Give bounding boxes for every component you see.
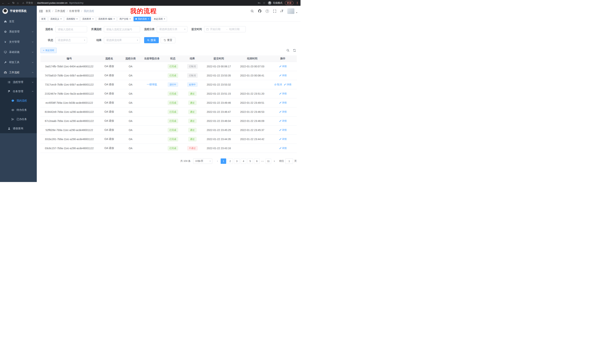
close-icon[interactable]: × xyxy=(92,18,94,20)
scissors-icon xyxy=(11,118,14,121)
close-icon[interactable]: × xyxy=(76,18,78,20)
tab-process-model[interactable]: 流程模型× xyxy=(64,17,80,21)
close-icon[interactable]: × xyxy=(164,18,165,20)
page-number[interactable]: 1 xyxy=(221,158,226,164)
font-size-icon[interactable]: TT xyxy=(280,10,283,13)
pagination-ellipsis[interactable]: ··· xyxy=(260,160,265,163)
sidebar-item-payment[interactable]: ¥ 支付管理 xyxy=(0,37,37,47)
detail-link[interactable]: 详情 xyxy=(279,110,287,114)
chevron-down-icon: ▾ xyxy=(210,160,210,162)
avatar[interactable] xyxy=(287,8,294,14)
sidebar-item-done-tasks[interactable]: 已办任务 xyxy=(0,115,37,124)
process-definition-input[interactable] xyxy=(104,26,140,32)
browser-menu-icon[interactable]: ⋮ xyxy=(296,1,299,5)
chat-bubble-icon xyxy=(11,99,14,102)
menu-fold-icon[interactable] xyxy=(39,10,43,13)
goto-page-input[interactable] xyxy=(285,158,293,164)
browser-reload-icon[interactable]: ↻ xyxy=(12,1,15,4)
next-page-button[interactable]: › xyxy=(272,159,277,163)
close-icon[interactable]: × xyxy=(60,18,62,20)
sidebar-item-label: 请假查询 xyxy=(13,127,23,130)
refresh-icon[interactable] xyxy=(293,49,296,52)
address-bar[interactable]: ⚠ 不安全 | dashboard.yudao.iocoder.cn/bpm/t… xyxy=(22,1,255,5)
tab-process-form-edit[interactable]: 流程表单-编辑× xyxy=(96,17,117,21)
tab-home[interactable]: 首页 xyxy=(39,17,48,21)
submit-time-range-picker[interactable]: 开始日期 - 结束日期 xyxy=(204,26,246,32)
detail-link[interactable]: 详情 xyxy=(279,128,287,132)
cell-submit-time: 2022-01-22 23:51:15 xyxy=(202,89,235,98)
prev-page-button[interactable]: ‹ xyxy=(215,159,220,163)
tab-start-process[interactable]: 发起流程× xyxy=(152,17,167,21)
detail-link[interactable]: 详情 xyxy=(279,137,287,141)
cell-category: OA xyxy=(120,80,141,89)
status-select[interactable]: 请选择状态 ▾ xyxy=(55,37,87,43)
fullscreen-icon[interactable] xyxy=(273,10,276,13)
column-header: 流程名 xyxy=(98,56,120,62)
detail-link[interactable]: 详情 xyxy=(279,74,287,77)
cell-actions: 详情 xyxy=(269,62,297,71)
update-button[interactable]: 更新 xyxy=(285,1,293,5)
sidebar-item-system[interactable]: 系统管理 xyxy=(0,27,37,37)
page-number[interactable]: 4 xyxy=(241,158,246,164)
close-icon[interactable]: × xyxy=(130,18,131,20)
detail-link[interactable]: 详情 xyxy=(279,147,287,150)
sidebar-item-process-management[interactable]: 流程管理 xyxy=(0,77,37,87)
key-icon[interactable] xyxy=(258,1,260,4)
page-number[interactable]: 11 xyxy=(266,158,271,164)
sidebar-item-my-process[interactable]: 我的流程 xyxy=(0,96,37,105)
breadcrumb-item[interactable]: 首页 xyxy=(46,10,51,13)
list-icon xyxy=(7,81,10,84)
breadcrumb: 首页 / 工作流程 / 任务管理 / 我的流程 xyxy=(46,10,94,13)
cell-end-time: 2022-01-22 23:46:09 xyxy=(235,116,269,125)
detail-link[interactable]: 详情 xyxy=(284,83,291,86)
page-size-select[interactable]: 10条/页 ▾ xyxy=(193,158,212,164)
page-number[interactable]: 3 xyxy=(234,158,240,164)
result-select[interactable]: 请选择流结果 ▾ xyxy=(104,37,140,43)
browser-forward-icon[interactable]: → xyxy=(7,1,10,4)
detail-link[interactable]: 详情 xyxy=(279,92,287,95)
page-number[interactable]: 2 xyxy=(227,158,233,164)
tab-process-definition[interactable]: 流程定义× xyxy=(49,17,63,21)
process-name-input[interactable] xyxy=(55,26,87,32)
reset-button[interactable]: 重置 xyxy=(161,37,175,43)
cancel-link[interactable]: 取消 xyxy=(274,83,282,86)
tab-user-group[interactable]: 用户分组× xyxy=(118,17,133,21)
search-icon[interactable] xyxy=(250,10,254,13)
page-number[interactable]: 6 xyxy=(254,158,260,164)
search-toggle-icon[interactable] xyxy=(286,49,290,52)
detail-link[interactable]: 详情 xyxy=(279,119,287,123)
chevron-up-icon xyxy=(31,90,34,93)
sidebar-item-devtools[interactable]: 研发工具 xyxy=(0,57,37,67)
detail-link[interactable]: 详情 xyxy=(279,65,287,68)
sidebar-item-todo-tasks[interactable]: 待办任务 xyxy=(0,105,37,115)
close-icon[interactable]: × xyxy=(113,18,115,20)
close-icon[interactable]: × xyxy=(148,18,149,20)
browser-back-icon[interactable]: ← xyxy=(2,1,5,4)
tab-process-form[interactable]: 流程表单× xyxy=(80,17,95,21)
sidebar-item-home[interactable]: 首页 xyxy=(0,16,37,27)
table-toolbar: + 发起流程 xyxy=(40,48,297,53)
breadcrumb-item[interactable]: 工作流程 xyxy=(55,10,65,13)
caret-down-icon[interactable]: ▾ xyxy=(296,12,297,14)
bookmark-star-icon[interactable]: ☆ xyxy=(263,1,265,4)
sidebar-item-task-management[interactable]: 任务管理 xyxy=(0,87,37,96)
process-category-select[interactable]: 请选择流程分类 ▾ xyxy=(157,26,187,32)
tab-my-process[interactable]: 我的流程× xyxy=(133,17,151,21)
github-icon[interactable] xyxy=(258,9,261,13)
breadcrumb-separator: / xyxy=(81,10,82,13)
breadcrumb-item[interactable]: 任务管理 xyxy=(69,10,80,13)
task-link[interactable]: 一级审批 xyxy=(147,83,157,86)
detail-link[interactable]: 详情 xyxy=(279,101,287,105)
sidebar-item-infrastructure[interactable]: 基础设施 xyxy=(0,47,37,57)
table-row: 2152467e-7b9b-11ec-9a1b-acde48001122 OA … xyxy=(40,89,297,98)
start-process-button[interactable]: + 发起流程 xyxy=(40,48,57,53)
sidebar-item-workflow[interactable]: 工作流程 xyxy=(0,67,37,77)
sidebar-item-leave-query[interactable]: 请假查询 xyxy=(0,124,37,133)
cell-status: 已完成 xyxy=(163,134,182,144)
search-button[interactable]: 搜索 xyxy=(144,37,159,43)
cell-actions: 详情 xyxy=(269,71,297,80)
browser-home-icon[interactable]: ⌂ xyxy=(17,1,19,4)
help-icon[interactable]: ? xyxy=(266,10,269,13)
page-number[interactable]: 5 xyxy=(247,158,253,164)
cell-end-time: 2022-01-22 23:44:42 xyxy=(235,134,269,144)
